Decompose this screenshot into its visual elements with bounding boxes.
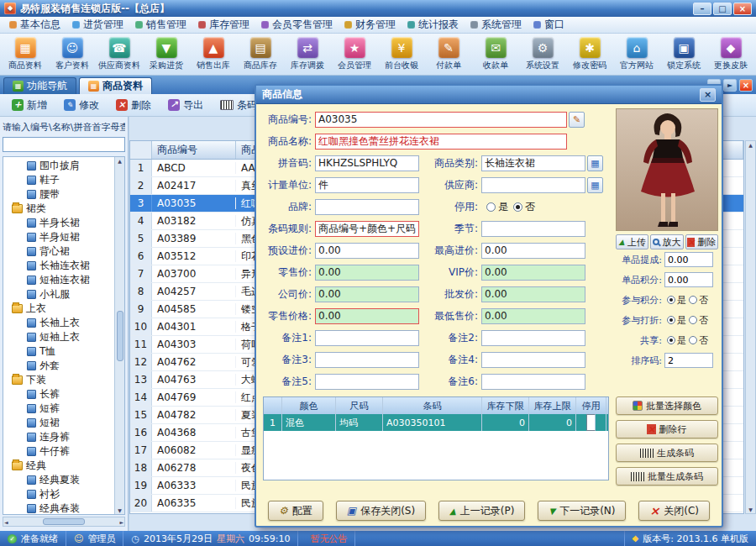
join-points-no-radio[interactable] [689, 296, 697, 304]
column-header-barcode[interactable]: 条码 [383, 397, 482, 414]
toolbar-item[interactable]: 更换皮肤 [707, 35, 754, 74]
close-button[interactable]: 关闭(C) [638, 501, 709, 521]
batch-pick-colors-button[interactable]: 批量选择颜色 [616, 396, 718, 415]
pick-category-icon[interactable] [587, 155, 603, 171]
category-input[interactable] [481, 155, 585, 171]
product-name-input[interactable] [315, 134, 567, 150]
toolbar-item[interactable]: 采购进货 [143, 35, 190, 74]
tree-item[interactable]: 上衣 [3, 302, 124, 316]
note3-input[interactable] [315, 352, 419, 368]
note1-input[interactable] [315, 330, 419, 346]
tree-item[interactable]: 短裤 [3, 402, 124, 416]
tree-item[interactable]: 经典夏装 [3, 473, 124, 487]
tree-item[interactable]: 围巾披肩 [3, 159, 124, 173]
tree-item[interactable]: 经典春装 [3, 501, 124, 515]
join-discount-no-radio[interactable] [689, 316, 697, 324]
tree-vertical-scrollbar[interactable] [114, 157, 124, 514]
generate-barcode-button[interactable]: 生成条码 [616, 444, 718, 462]
scrollbar-thumb[interactable] [43, 518, 85, 525]
toolbar-item[interactable]: 付款单 [425, 35, 472, 74]
menu-item[interactable]: 会员零售管理 [255, 16, 339, 34]
scroll-up-icon[interactable] [118, 158, 122, 164]
product-code-input[interactable] [315, 112, 567, 128]
column-header-disabled[interactable]: 停用 [576, 397, 606, 414]
scrollbar-thumb[interactable] [117, 311, 123, 361]
toolbar-item[interactable]: 锁定系统 [660, 35, 707, 74]
toolbar-item[interactable]: 官方网站 [613, 35, 660, 74]
supplier-input[interactable] [481, 177, 585, 193]
retail-price-input[interactable] [315, 265, 419, 281]
tree-item[interactable]: 腰带 [3, 187, 124, 202]
delete-row-button[interactable]: 删除行 [616, 420, 718, 438]
wholesale-price-input[interactable] [481, 286, 585, 302]
tree-item[interactable]: 经典 [3, 459, 124, 473]
barcode-rule-input[interactable] [315, 221, 419, 237]
toolbar-item[interactable]: 前台收银 [378, 35, 425, 74]
tree-item[interactable]: 裙类 [3, 202, 124, 216]
tree-item[interactable]: 半身长裙 [3, 216, 124, 230]
sku-disabled-checkbox[interactable] [586, 414, 596, 431]
note2-input[interactable] [481, 330, 585, 346]
tree-item[interactable]: 背心裙 [3, 244, 124, 259]
menu-item[interactable]: 财务管理 [339, 16, 402, 34]
column-header-stock-min[interactable]: 库存下限 [482, 397, 529, 414]
scroll-down-icon[interactable] [748, 507, 753, 512]
sku-row[interactable]: 1 混色 均码 A030350101 0 0 [264, 414, 608, 431]
scroll-up-icon[interactable] [748, 142, 753, 148]
menu-item[interactable]: 库存管理 [192, 16, 255, 34]
tree-item[interactable]: T恤 [3, 344, 124, 359]
toolbar-item[interactable]: 库存调拨 [284, 35, 331, 74]
column-header-code[interactable]: 商品编号 [152, 141, 236, 159]
column-header-stock-max[interactable]: 库存上限 [529, 397, 576, 414]
previous-record-button[interactable]: 上一记录(P) [438, 501, 525, 521]
column-header-size[interactable]: 尺码 [336, 397, 383, 414]
toolbar-item[interactable]: 供应商资料 [96, 35, 143, 74]
close-icon[interactable] [733, 3, 752, 15]
delete-photo-button[interactable]: 删除 [685, 234, 718, 249]
tree-item[interactable]: 下装 [3, 373, 124, 387]
save-close-button[interactable]: 保存关闭(S) [336, 501, 426, 521]
vip-price-input[interactable] [481, 265, 585, 281]
commission-input[interactable] [664, 252, 713, 267]
tree-item[interactable]: 半身短裙 [3, 230, 124, 244]
tree-item[interactable]: 牛仔裤 [3, 444, 124, 459]
tree-item[interactable]: 小礼服 [3, 287, 124, 302]
tree-horizontal-scrollbar[interactable] [3, 517, 125, 527]
disabled-no-radio[interactable] [513, 202, 522, 212]
column-header-color[interactable]: 颜色 [282, 397, 336, 414]
edit-code-icon[interactable] [569, 112, 585, 128]
tree-item[interactable]: 长裤 [3, 387, 124, 402]
edit-button[interactable]: 修改 [59, 96, 104, 115]
tree-item[interactable]: 长袖上衣 [3, 316, 124, 330]
scroll-tabs-right-icon[interactable] [723, 79, 737, 92]
retail-price2-input[interactable] [315, 308, 419, 324]
tree-item[interactable]: 鞋子 [3, 173, 124, 187]
menu-item[interactable]: 系统管理 [465, 16, 528, 34]
points-input[interactable] [664, 272, 713, 287]
close-tab-icon[interactable] [739, 79, 753, 92]
note4-input[interactable] [481, 352, 585, 368]
add-button[interactable]: 新增 [7, 96, 52, 115]
dialog-title-bar[interactable]: 商品信息 [256, 86, 722, 104]
max-cost-input[interactable] [481, 243, 585, 259]
menu-item[interactable]: 统计报表 [402, 16, 465, 34]
join-points-yes-radio[interactable] [667, 296, 675, 304]
scroll-right-icon[interactable] [119, 519, 123, 525]
toolbar-item[interactable]: 系统设置 [519, 35, 566, 74]
tab-function-nav[interactable]: 功能导航 [3, 77, 76, 94]
disabled-yes-radio[interactable] [486, 202, 496, 212]
menu-item[interactable]: 基本信息 [3, 16, 66, 34]
note5-input[interactable] [315, 374, 419, 390]
join-discount-yes-radio[interactable] [667, 316, 675, 324]
unit-input[interactable] [315, 177, 419, 193]
pick-supplier-icon[interactable] [587, 177, 603, 193]
tree-item[interactable]: 长袖连衣裙 [3, 259, 124, 273]
export-button[interactable]: 导出 [163, 96, 208, 115]
tree-item[interactable]: 衬衫 [3, 487, 124, 501]
scroll-left-icon[interactable] [4, 519, 8, 525]
toolbar-item[interactable]: 商品资料 [2, 35, 49, 74]
tree-item[interactable]: 外套 [3, 359, 124, 373]
tree-item[interactable]: 连身裤 [3, 430, 124, 444]
toolbar-item[interactable]: 收款单 [472, 35, 519, 74]
toolbar-item[interactable]: 会员管理 [331, 35, 378, 74]
